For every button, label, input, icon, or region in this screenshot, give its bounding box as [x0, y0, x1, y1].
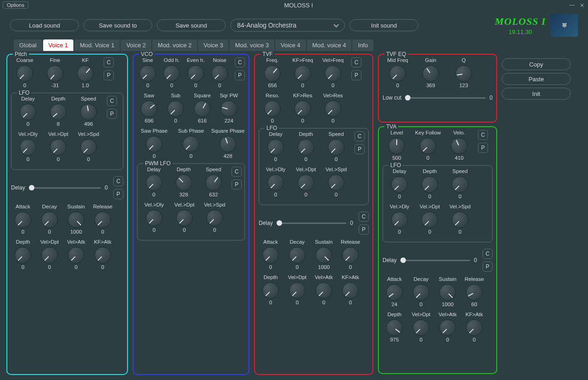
knob-vel-res[interactable]: [325, 101, 341, 117]
tab-mod-voice-1[interactable]: Mod. Voice 1: [74, 39, 120, 51]
knob-sub[interactable]: [167, 101, 184, 117]
knob-kf-freq[interactable]: [294, 65, 311, 82]
paste-button[interactable]: Paste: [502, 73, 571, 85]
knob-kf-res[interactable]: [294, 101, 311, 117]
paste-small-button[interactable]: P: [107, 109, 117, 119]
tab-voice-1[interactable]: Voice 1: [43, 39, 74, 51]
options-button[interactable]: Options: [3, 1, 28, 9]
knob-depth[interactable]: [386, 319, 403, 336]
knob-vel-atk[interactable]: [68, 247, 84, 263]
knob-vel-dpt[interactable]: [289, 282, 305, 299]
paste-small-button[interactable]: P: [113, 189, 123, 199]
knob-attack[interactable]: [386, 284, 403, 301]
knob-kf-atk[interactable]: [466, 319, 483, 336]
init-sound-button[interactable]: Init sound: [349, 19, 418, 31]
lowcut-slider[interactable]: [405, 97, 486, 99]
paste-small-button[interactable]: P: [235, 70, 245, 80]
tab-mod-voice-4[interactable]: Mod. voice 4: [307, 39, 352, 51]
knob-even-h-[interactable]: [188, 65, 204, 82]
tab-mod-voice-3[interactable]: Mod. voice 3: [229, 39, 274, 51]
knob-vel-spd[interactable]: [452, 212, 468, 228]
knob-release[interactable]: [466, 284, 483, 301]
knob-sustain[interactable]: [68, 212, 84, 228]
knob-sqr-pw[interactable]: [221, 101, 237, 117]
knob-decay[interactable]: [413, 284, 429, 301]
tab-info[interactable]: Info: [352, 39, 373, 51]
copy-button[interactable]: Copy: [502, 58, 571, 70]
knob-speed[interactable]: [328, 139, 344, 156]
knob-depth[interactable]: [15, 247, 31, 263]
save-sound-button[interactable]: Save sound: [157, 19, 226, 31]
knob-depth[interactable]: [298, 139, 314, 156]
paste-small-button[interactable]: P: [355, 144, 365, 154]
paste-small-button[interactable]: P: [359, 224, 369, 235]
copy-small-button[interactable]: C: [113, 176, 123, 186]
paste-small-button[interactable]: P: [478, 143, 488, 153]
knob-speed[interactable]: [205, 174, 222, 191]
knob-vel-spd[interactable]: [80, 139, 97, 156]
knob-depth[interactable]: [50, 104, 67, 120]
knob-release[interactable]: [94, 212, 111, 228]
tvf-delay-slider[interactable]: [277, 223, 347, 224]
knob-vel-dpt[interactable]: [298, 174, 314, 191]
knob-square[interactable]: [194, 101, 211, 117]
knob-sub-phase[interactable]: [183, 136, 199, 152]
copy-small-button[interactable]: C: [351, 57, 361, 67]
tab-voice-4[interactable]: Voice 4: [275, 39, 306, 51]
knob-vel-dly[interactable]: [267, 174, 284, 191]
copy-small-button[interactable]: C: [235, 57, 245, 67]
knob-saw[interactable]: [141, 101, 157, 117]
knob-vel-dpt[interactable]: [422, 212, 438, 228]
knob-vel-freq[interactable]: [325, 65, 341, 82]
knob-q[interactable]: [455, 65, 472, 82]
knob-fine[interactable]: [47, 65, 63, 82]
paste-small-button[interactable]: P: [232, 179, 242, 190]
close-icon[interactable]: ⨯: [579, 2, 585, 8]
knob-decay[interactable]: [41, 212, 58, 228]
preset-dropdown[interactable]: 84-Analog Orchestra: [230, 19, 345, 32]
pitch-delay-slider[interactable]: [29, 187, 101, 189]
knob-vel-dly[interactable]: [146, 210, 162, 226]
knob-coarse[interactable]: [17, 65, 33, 82]
knob-vel-dpt[interactable]: [41, 247, 58, 263]
knob-key-follow[interactable]: [420, 138, 436, 154]
knob-release[interactable]: [342, 247, 359, 263]
knob-vel-atk[interactable]: [439, 319, 456, 336]
knob-level[interactable]: [388, 138, 405, 154]
knob-sustain[interactable]: [439, 284, 456, 301]
knob-vel-dly[interactable]: [391, 212, 408, 228]
knob-vel-spd[interactable]: [206, 210, 223, 226]
copy-small-button[interactable]: C: [478, 130, 488, 140]
knob-delay[interactable]: [391, 176, 408, 193]
init-button[interactable]: Init: [502, 88, 571, 100]
minimize-icon[interactable]: —: [569, 2, 575, 8]
knob-square-phase[interactable]: [220, 136, 236, 152]
knob-sustain[interactable]: [316, 247, 332, 263]
knob-depth[interactable]: [422, 176, 438, 193]
knob-gain[interactable]: [422, 65, 439, 82]
knob-noise[interactable]: [211, 65, 228, 82]
load-sound-button[interactable]: Load sound: [10, 19, 79, 31]
copy-small-button[interactable]: C: [232, 167, 242, 177]
knob-velo-[interactable]: [451, 138, 467, 154]
tab-voice-2[interactable]: Voice 2: [121, 39, 151, 51]
tab-mod-voice-2[interactable]: Mod. voice 2: [152, 39, 197, 51]
save-sound-to-button[interactable]: Save sound to: [83, 19, 152, 31]
knob-depth[interactable]: [262, 282, 279, 299]
knob-depth[interactable]: [176, 174, 192, 191]
copy-small-button[interactable]: C: [355, 131, 365, 141]
paste-small-button[interactable]: P: [483, 262, 493, 272]
knob-mid-freq[interactable]: [389, 65, 406, 82]
copy-small-button[interactable]: C: [104, 57, 114, 67]
paste-small-button[interactable]: P: [351, 70, 361, 80]
copy-small-button[interactable]: C: [359, 212, 369, 222]
knob-saw-phase[interactable]: [146, 136, 162, 152]
knob-vel-dpt[interactable]: [413, 319, 429, 336]
knob-vel-spd[interactable]: [328, 174, 344, 191]
knob-vel-dpt[interactable]: [50, 139, 67, 156]
knob-delay[interactable]: [267, 139, 284, 156]
knob-speed[interactable]: [80, 104, 97, 120]
knob-delay[interactable]: [20, 104, 36, 120]
tva-delay-slider[interactable]: [400, 260, 471, 261]
knob-attack[interactable]: [15, 212, 31, 228]
